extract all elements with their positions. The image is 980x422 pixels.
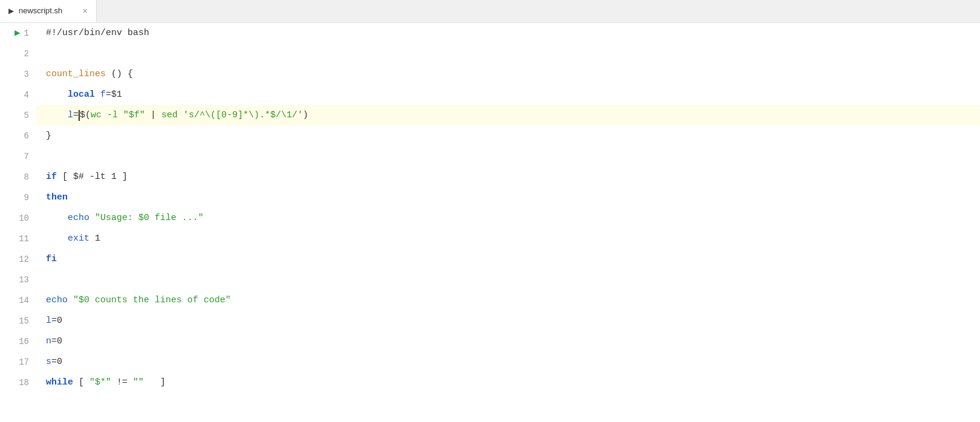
code-line-18: while [ "$*" != "" ] xyxy=(36,372,980,393)
code-line-8: if [ $# -lt 1 ] xyxy=(36,167,980,187)
line-number-5: 5 xyxy=(5,105,29,126)
line-number-15: 15 xyxy=(5,311,29,331)
line-number-1: ▶ 1 xyxy=(5,23,29,44)
code-line-3: count_lines () { xyxy=(36,64,980,85)
code-line-17: s=0 xyxy=(36,352,980,372)
code-line-15: l=0 xyxy=(36,311,980,331)
line-number-10: 10 xyxy=(5,208,29,229)
line-number-18: 18 xyxy=(5,372,29,393)
line-number-6: 6 xyxy=(5,126,29,146)
line-number-7: 7 xyxy=(5,146,29,167)
line-number-9: 9 xyxy=(5,187,29,208)
code-line-14: echo "$0 counts the lines of code" xyxy=(36,290,980,311)
code-editor[interactable]: #!/usr/bin/env bash count_lines () { loc… xyxy=(36,23,980,422)
code-line-1: #!/usr/bin/env bash xyxy=(36,23,980,44)
line-number-16: 16 xyxy=(5,331,29,352)
line-number-14: 14 xyxy=(5,290,29,311)
line-number-12: 12 xyxy=(5,249,29,270)
line-number-3: 3 xyxy=(5,64,29,85)
code-line-16: n=0 xyxy=(36,331,980,352)
line-number-13: 13 xyxy=(5,270,29,290)
code-content: #!/usr/bin/env bash count_lines () { loc… xyxy=(36,23,980,393)
tab-filename: newscript.sh xyxy=(19,6,62,15)
line-number-8: 8 xyxy=(5,167,29,187)
tab-close-button[interactable]: × xyxy=(83,7,88,15)
line-number-11: 11 xyxy=(5,229,29,249)
code-line-2 xyxy=(36,44,980,64)
line-number-17: 17 xyxy=(5,352,29,372)
code-line-13 xyxy=(36,270,980,290)
code-line-9: then xyxy=(36,187,980,208)
tab-newscript[interactable]: ▶ newscript.sh × xyxy=(0,0,97,22)
code-line-12: fi xyxy=(36,249,980,270)
run-arrow-icon[interactable]: ▶ xyxy=(15,23,21,44)
code-line-5: l=$(wc -l "$f" | sed 's/^\([0-9]*\).*$/\… xyxy=(36,105,980,126)
line-number-2: 2 xyxy=(5,44,29,64)
code-line-7 xyxy=(36,146,980,167)
code-line-4: local f=$1 xyxy=(36,85,980,105)
line-number-4: 4 xyxy=(5,85,29,105)
code-line-6: } xyxy=(36,126,980,146)
code-line-10: echo "Usage: $0 file ..." xyxy=(36,208,980,229)
file-icon: ▶ xyxy=(8,7,14,15)
editor-area: ▶ 1 2 3 4 5 6 7 8 9 10 11 12 13 14 15 16… xyxy=(0,23,980,422)
code-line-11: exit 1 xyxy=(36,229,980,249)
tab-bar: ▶ newscript.sh × xyxy=(0,0,980,23)
line-numbers: ▶ 1 2 3 4 5 6 7 8 9 10 11 12 13 14 15 16… xyxy=(0,23,36,422)
